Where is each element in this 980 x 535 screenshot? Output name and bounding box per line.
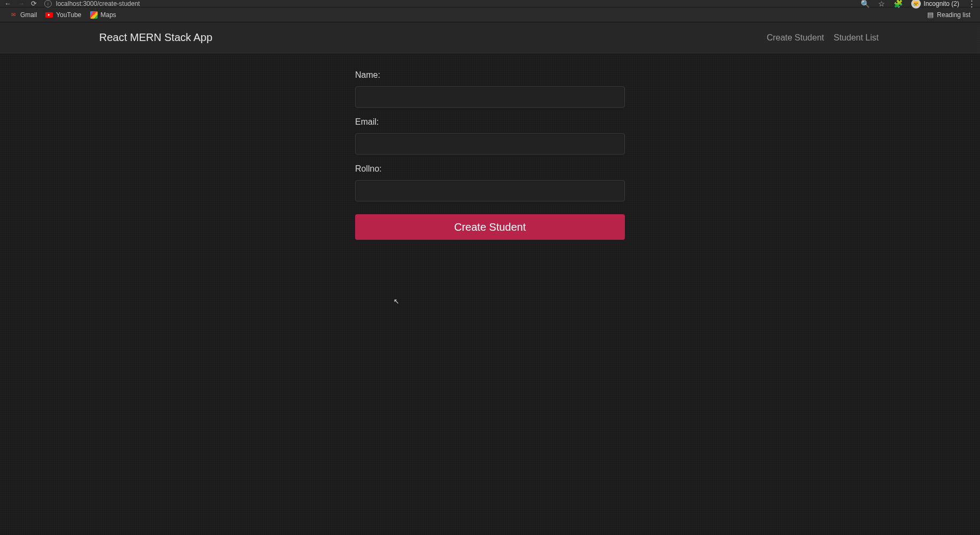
reading-list-label: Reading list <box>937 11 970 19</box>
incognito-label: Incognito (2) <box>923 0 959 7</box>
form-group-name: Name: <box>355 70 625 108</box>
forward-icon[interactable]: → <box>18 0 25 7</box>
app-navbar: React MERN Stack App Create Student Stud… <box>0 22 980 53</box>
name-label: Name: <box>355 70 625 80</box>
bookmarks-bar: ✉ Gmail YouTube Maps ▤ Reading list <box>0 7 980 22</box>
youtube-icon <box>45 11 53 19</box>
site-info-icon[interactable]: i <box>44 0 52 7</box>
nav-link-create-student[interactable]: Create Student <box>767 33 824 43</box>
rollno-input[interactable] <box>355 180 625 201</box>
back-icon[interactable]: ← <box>4 0 11 7</box>
create-student-form: Name: Email: Rollno: Create Student <box>355 70 625 240</box>
bookmark-maps[interactable]: Maps <box>86 10 121 20</box>
browser-nav-buttons: ← → ⟳ <box>4 0 37 7</box>
app-viewport: React MERN Stack App Create Student Stud… <box>0 22 980 535</box>
app-title[interactable]: React MERN Stack App <box>99 31 212 44</box>
incognito-badge[interactable]: 😿 Incognito (2) <box>911 0 959 9</box>
name-input[interactable] <box>355 86 625 108</box>
bookmark-gmail[interactable]: ✉ Gmail <box>5 10 41 20</box>
bookmark-youtube-label: YouTube <box>56 11 81 19</box>
email-label: Email: <box>355 117 625 127</box>
zoom-icon[interactable]: 🔍 <box>861 0 870 8</box>
nav-link-student-list[interactable]: Student List <box>834 33 879 43</box>
email-input[interactable] <box>355 133 625 155</box>
maps-icon <box>90 11 98 19</box>
gmail-icon: ✉ <box>10 11 17 19</box>
browser-toolbar-right: 🔍 ☆ 🧩 😿 Incognito (2) ⋮ <box>861 0 976 9</box>
browser-toolbar: ← → ⟳ i localhost:3000/create-student 🔍 … <box>0 0 980 7</box>
mouse-cursor-icon: ↖ <box>393 297 399 305</box>
reload-icon[interactable]: ⟳ <box>31 0 37 7</box>
url-bar[interactable]: i localhost:3000/create-student <box>44 0 861 7</box>
bookmark-youtube[interactable]: YouTube <box>41 10 85 20</box>
rollno-label: Rollno: <box>355 164 625 174</box>
form-group-email: Email: <box>355 117 625 155</box>
form-group-rollno: Rollno: <box>355 164 625 201</box>
reading-list-button[interactable]: ▤ Reading list <box>923 9 975 20</box>
star-icon[interactable]: ☆ <box>878 0 885 8</box>
create-student-button[interactable]: Create Student <box>355 214 625 240</box>
bookmark-gmail-label: Gmail <box>20 11 37 19</box>
reading-list-icon: ▤ <box>927 11 934 19</box>
extensions-icon[interactable]: 🧩 <box>894 0 903 8</box>
url-text: localhost:3000/create-student <box>56 0 140 7</box>
browser-menu-icon[interactable]: ⋮ <box>968 0 976 9</box>
incognito-icon: 😿 <box>911 0 921 9</box>
bookmark-maps-label: Maps <box>101 11 116 19</box>
nav-links: Create Student Student List <box>767 33 948 43</box>
